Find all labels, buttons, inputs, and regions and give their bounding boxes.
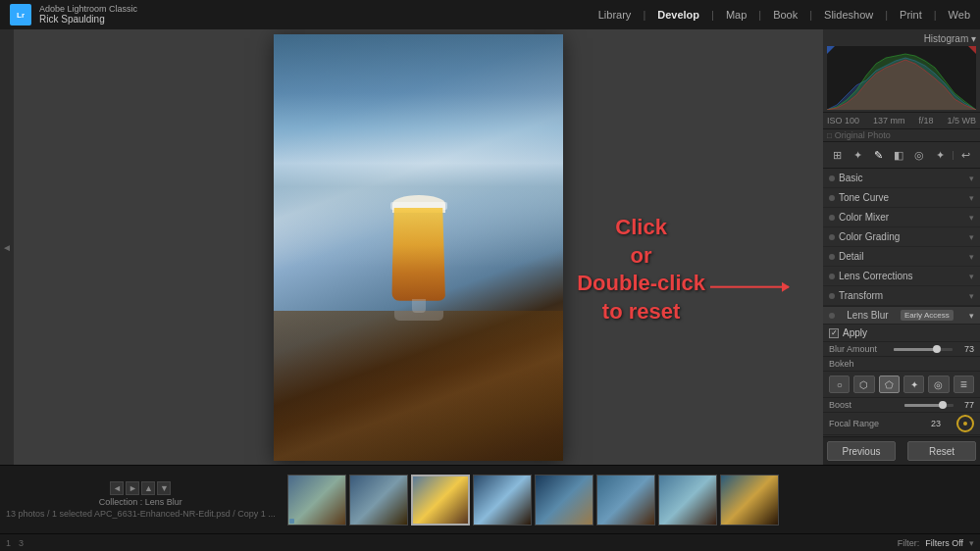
- right-panel: Histogram ▾: [823, 29, 980, 465]
- filmstrip-photos: [282, 475, 980, 526]
- shape-octagon-icon[interactable]: ⬠: [879, 376, 900, 393]
- focal-range-row: Focal Range 23: [823, 413, 980, 435]
- nav-sep-4: |: [809, 9, 812, 21]
- blur-amount-fill: [894, 348, 937, 351]
- filter-dropdown-arrow-icon[interactable]: ▾: [969, 538, 974, 548]
- focal-range-label: Focal Range: [829, 419, 919, 428]
- panel-dot-detail: [829, 254, 835, 260]
- panel-item-tone-curve[interactable]: Tone Curve ▾: [823, 188, 980, 208]
- tool-radial-icon[interactable]: ◎: [910, 146, 928, 164]
- panel-items: Basic ▾ Tone Curve ▾ Color Mixer ▾: [823, 169, 980, 436]
- nav-map[interactable]: Map: [726, 9, 747, 21]
- shape-menu-icon[interactable]: ≡: [954, 376, 974, 393]
- nav-library[interactable]: Library: [598, 9, 632, 21]
- panel-arrow-detail-icon: ▾: [969, 252, 974, 262]
- shape-hexagon-icon[interactable]: ⬡: [853, 376, 874, 393]
- bokeh-label-row: Bokeh: [823, 357, 980, 372]
- filmstrip-thumb-7[interactable]: [658, 475, 717, 526]
- shape-star-icon[interactable]: ✦: [903, 376, 924, 393]
- panel-label-lens: Lens Corrections: [839, 271, 913, 281]
- panel-dot-basic: [829, 175, 835, 181]
- filmstrip-thumb-6[interactable]: [596, 475, 655, 526]
- filmstrip-nav-up[interactable]: ▲: [141, 481, 155, 495]
- tool-eyedropper-icon[interactable]: ✦: [931, 146, 949, 164]
- main-area: ◄ Click or Double-: [0, 29, 980, 465]
- boost-row: Boost 77: [823, 398, 980, 413]
- boost-thumb[interactable]: [939, 401, 947, 409]
- tool-brush-icon[interactable]: ✎: [869, 146, 887, 164]
- panel-arrow-lens-icon: ▾: [969, 272, 974, 281]
- filmstrip-thumb-8[interactable]: [720, 475, 779, 526]
- panel-item-basic[interactable]: Basic ▾: [823, 169, 980, 188]
- page-nav-2: 3: [19, 538, 24, 548]
- filmstrip-thumb-4[interactable]: [473, 475, 532, 526]
- focal-value: 137 mm: [873, 116, 905, 125]
- annotation-overlay: Click or Double-click to reset: [577, 214, 705, 326]
- tool-icons-row: ⊞ ✦ ✎ ◧ ◎ ✦ | ↩: [823, 142, 980, 169]
- panel-label-detail: Detail: [839, 251, 864, 262]
- panel-item-detail[interactable]: Detail ▾: [823, 247, 980, 267]
- nav-print[interactable]: Print: [900, 9, 922, 21]
- panel-dot-colormix: [829, 215, 835, 221]
- nav-book[interactable]: Book: [773, 9, 798, 21]
- filmstrip-controls: ◄ ► ▲ ▼ Collection : Lens Blur 13 photos…: [0, 479, 282, 521]
- thumb-1-badge: [289, 519, 294, 524]
- camera-info: ISO 100 137 mm f/18 1/5 WB: [823, 113, 980, 129]
- filmstrip-nav-prev[interactable]: ◄: [110, 481, 124, 495]
- app-logo-icon: Lr: [10, 4, 31, 25]
- histogram-canvas: [827, 46, 976, 110]
- blur-amount-label: Blur Amount: [829, 344, 890, 354]
- tool-crop-icon[interactable]: ⊞: [828, 146, 846, 164]
- filmstrip-thumb-2[interactable]: [349, 475, 408, 526]
- nav-slideshow[interactable]: Slideshow: [824, 9, 873, 21]
- panel-item-transform[interactable]: Transform ▾: [823, 286, 980, 306]
- reset-button[interactable]: Reset: [907, 441, 976, 461]
- panel-item-color-grading[interactable]: Color Grading ▾: [823, 227, 980, 247]
- nav-develop[interactable]: Develop: [657, 9, 699, 21]
- iso-value: ISO 100: [827, 116, 859, 125]
- nav-web[interactable]: Web: [949, 9, 970, 21]
- shape-ring-icon[interactable]: ◎: [928, 376, 949, 393]
- panel-dot-lens: [829, 274, 835, 279]
- filter-value[interactable]: Filters Off: [925, 538, 963, 548]
- tool-before-icon[interactable]: ↩: [956, 146, 974, 164]
- topbar: Lr Adobe Lightroom Classic Rick Spauldin…: [0, 0, 980, 29]
- filmstrip-nav-down[interactable]: ▼: [157, 481, 171, 495]
- filmstrip-thumb-1[interactable]: [287, 475, 346, 526]
- blur-amount-thumb[interactable]: [933, 345, 941, 353]
- previous-button[interactable]: Previous: [827, 441, 896, 461]
- tool-heal-icon[interactable]: ✦: [849, 146, 866, 164]
- histogram-svg: [827, 46, 976, 110]
- left-panel-arrow-icon: ◄: [2, 242, 13, 253]
- focal-range-circle-button[interactable]: [956, 415, 974, 432]
- focal-range-value: 23: [923, 419, 941, 428]
- apply-checkbox[interactable]: ✓: [829, 328, 839, 338]
- histogram-title[interactable]: Histogram ▾: [827, 31, 976, 46]
- lens-blur-arrow-icon: ▾: [969, 311, 974, 321]
- glass-body: [391, 208, 445, 301]
- filmstrip-thumb-3[interactable]: [411, 475, 470, 526]
- panel-dot-colorgrade: [829, 234, 835, 240]
- nav-links: Library | Develop | Map | Book | Slidesh…: [598, 9, 970, 21]
- panel-item-color-mixer[interactable]: Color Mixer ▾: [823, 208, 980, 227]
- annotation-text: Click or Double-click to reset: [577, 214, 705, 326]
- blur-amount-row: Blur Amount 73: [823, 342, 980, 357]
- panel-item-lens-corrections[interactable]: Lens Corrections ▾: [823, 267, 980, 286]
- filmstrip-thumb-5[interactable]: [535, 475, 593, 526]
- main-photo: [274, 34, 563, 461]
- app-name: Adobe Lightroom Classic: [39, 5, 137, 14]
- thumb-8-image: [721, 476, 778, 525]
- tool-gradient-icon[interactable]: ◧: [890, 146, 907, 164]
- filmstrip-nav-next[interactable]: ►: [126, 481, 139, 495]
- panel-label-colormix: Color Mixer: [839, 212, 889, 223]
- shape-circle-icon[interactable]: ○: [829, 376, 850, 393]
- annotation-arrow-icon: [710, 286, 789, 288]
- boost-slider[interactable]: [904, 404, 954, 407]
- boost-fill: [904, 404, 943, 407]
- blur-amount-slider[interactable]: [894, 348, 953, 351]
- content-area: Click or Double-click to reset: [14, 29, 823, 465]
- left-panel-toggle[interactable]: ◄: [0, 29, 14, 465]
- original-photo-label: Original Photo: [823, 129, 980, 142]
- tool-sep: |: [952, 150, 954, 160]
- thumb-2-image: [350, 476, 407, 525]
